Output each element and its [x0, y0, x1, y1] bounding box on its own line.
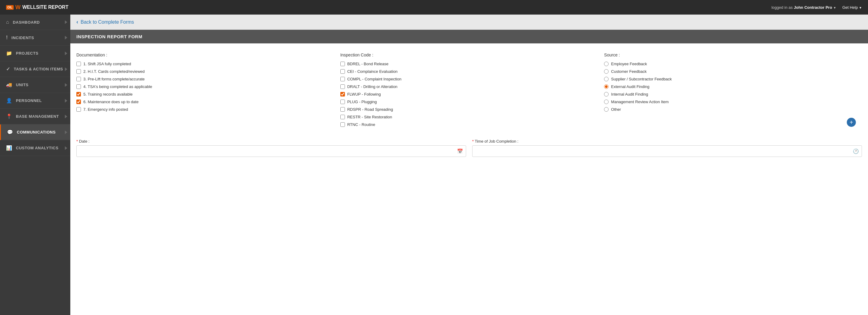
documentation-section: Documentation : 1. Shift JSA fully compl…	[76, 53, 334, 130]
date-required: *	[76, 139, 78, 144]
sidebar-item-units[interactable]: 🚚 UNITS	[0, 77, 70, 93]
form-title: INSPECTION REPORT FORM	[76, 34, 143, 39]
doc-label-3: 3. Pre-Lift forms complete/accurate	[83, 77, 145, 81]
ic-item-2: CEI - Complaince Evaluation	[340, 69, 598, 74]
sidebar-label-communications: COMMUNICATIONS	[17, 130, 56, 135]
source-radio-1[interactable]	[604, 62, 609, 66]
time-input-wrap: 🕐	[472, 145, 862, 157]
doc-label-1: 1. Shift JSA fully completed	[83, 62, 131, 66]
source-label-1: Employee Feedback	[611, 62, 647, 66]
source-radio-6[interactable]	[604, 99, 609, 104]
sidebar-item-tasks[interactable]: ✓ TASKS & ACTION ITEMS	[0, 61, 70, 77]
documentation-label: Documentation :	[76, 53, 334, 57]
source-radio-3[interactable]	[604, 77, 609, 81]
sidebar-item-base[interactable]: 📍 BASE MANAGEMENT	[0, 109, 70, 124]
sidebar-label-dashboard: DASHBOARD	[13, 20, 40, 25]
ic-checkbox-8[interactable]	[340, 115, 345, 119]
sidebar-item-incidents[interactable]: ! INCIDENTS	[0, 30, 70, 46]
time-field-group: * Time of Job Completion : 🕐	[472, 139, 862, 157]
ic-label-2: CEI - Complaince Evaluation	[347, 69, 398, 74]
date-label: * Date :	[76, 139, 466, 144]
ic-item-1: BDREL - Bond Release	[340, 62, 598, 66]
tasks-icon: ✓	[6, 66, 10, 72]
source-item-2: Customer Feedback	[604, 69, 862, 74]
chevron-icon	[65, 146, 67, 150]
base-icon: 📍	[6, 114, 12, 119]
ic-checkbox-7[interactable]	[340, 107, 345, 112]
doc-checkbox-3[interactable]	[76, 77, 81, 81]
source-item-4: External Audit Finding	[604, 84, 862, 89]
user-name: John Contractor Pro	[794, 5, 832, 10]
ic-checkbox-9[interactable]	[340, 122, 345, 127]
doc-checkbox-2[interactable]	[76, 69, 81, 74]
inspection-code-section: Inspection Code : BDREL - Bond Release C…	[340, 53, 598, 130]
ic-label-3: COMPL - Complaint Inspection	[347, 77, 402, 81]
user-menu-caret[interactable]: ▼	[833, 6, 836, 9]
doc-label-2: 2. H.I.T. Cards completed/reviewed	[83, 69, 145, 74]
sidebar-item-analytics[interactable]: 📊 CUSTOM ANALYTICS	[0, 140, 70, 156]
ic-label-7: RDSPR - Road Spreading	[347, 107, 393, 112]
inspection-code-label: Inspection Code :	[340, 53, 598, 57]
doc-checkbox-1[interactable]	[76, 62, 81, 66]
ic-item-4: DRALT - Drilling or Alteration	[340, 84, 598, 89]
doc-item-7: 7. Emergency info posted	[76, 107, 334, 112]
sidebar-item-projects[interactable]: 📁 PROJECTS	[0, 46, 70, 61]
ic-checkbox-4[interactable]	[340, 84, 345, 89]
logged-in-text: logged in as John Contractor Pro ▼	[771, 5, 836, 10]
ic-checkbox-2[interactable]	[340, 69, 345, 74]
chevron-icon	[65, 52, 67, 55]
source-label-6: Management Review Action Item	[611, 99, 669, 104]
source-label: Source :	[604, 53, 862, 57]
app-title: WELLSITE REPORT	[23, 4, 68, 10]
ic-label-9: RTNC - Routine	[347, 122, 375, 127]
ic-item-5: FLWUP - Following	[340, 92, 598, 96]
content-area: ‹ Back to Complete Forms INSPECTION REPO…	[70, 15, 868, 315]
doc-item-1: 1. Shift JSA fully completed	[76, 62, 334, 66]
ic-checkbox-3[interactable]	[340, 77, 345, 81]
doc-checkbox-6[interactable]	[76, 99, 81, 104]
oil-badge: OIL	[6, 5, 13, 10]
form-section-grid: Documentation : 1. Shift JSA fully compl…	[76, 53, 862, 130]
chevron-icon	[65, 67, 67, 71]
ic-checkbox-1[interactable]	[340, 62, 345, 66]
source-radio-2[interactable]	[604, 69, 609, 74]
date-input[interactable]	[76, 145, 466, 157]
units-icon: 🚚	[6, 82, 12, 88]
ic-label-6: PLUG - Plugging	[347, 99, 377, 104]
analytics-icon: 📊	[6, 145, 12, 151]
sidebar-label-projects: PROJECTS	[16, 51, 38, 56]
ic-item-8: RESTR - Site Restoration	[340, 115, 598, 119]
source-label-2: Customer Feedback	[611, 69, 647, 74]
date-input-wrap: 📅	[76, 145, 466, 157]
source-label-5: Internal Audit Finding	[611, 92, 648, 96]
projects-icon: 📁	[6, 50, 12, 56]
get-help-link[interactable]: Get Help ▼	[842, 5, 862, 10]
doc-item-6: 6. Maintenance does up to date	[76, 99, 334, 104]
source-section: Source : Employee Feedback Customer Feed…	[604, 53, 862, 130]
time-input[interactable]	[472, 145, 862, 157]
ic-label-5: FLWUP - Following	[347, 92, 381, 96]
source-radio-7[interactable]	[604, 107, 609, 112]
source-item-7: Other	[604, 107, 862, 112]
add-source-button[interactable]: +	[847, 118, 856, 127]
sidebar-item-communications[interactable]: 💬 COMMUNICATIONS	[0, 124, 70, 140]
back-to-complete-forms-link[interactable]: Back to Complete Forms	[81, 20, 134, 25]
ic-checkbox-6[interactable]	[340, 99, 345, 104]
doc-checkbox-4[interactable]	[76, 84, 81, 89]
doc-label-7: 7. Emergency info posted	[83, 107, 128, 112]
topbar-right: logged in as John Contractor Pro ▼ Get H…	[771, 5, 862, 10]
sidebar-item-dashboard[interactable]: ⌂ DASHBOARD	[0, 15, 70, 30]
sidebar-item-personnel[interactable]: 👤 PERSONNEL	[0, 93, 70, 109]
chevron-icon	[65, 20, 67, 24]
communications-icon: 💬	[7, 129, 13, 135]
doc-checkbox-5[interactable]	[76, 92, 81, 96]
doc-item-3: 3. Pre-Lift forms complete/accurate	[76, 77, 334, 81]
source-radio-4[interactable]	[604, 84, 609, 89]
ic-label-8: RESTR - Site Restoration	[347, 115, 392, 119]
source-radio-5[interactable]	[604, 92, 609, 96]
ic-checkbox-5[interactable]	[340, 92, 345, 96]
date-field-group: * Date : 📅	[76, 139, 466, 157]
sidebar-label-analytics: CUSTOM ANALYTICS	[16, 146, 59, 150]
source-label-3: Supplier / Subcontractor Feedback	[611, 77, 672, 81]
doc-checkbox-7[interactable]	[76, 107, 81, 112]
